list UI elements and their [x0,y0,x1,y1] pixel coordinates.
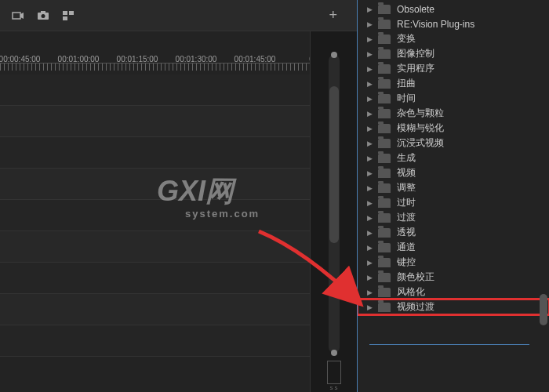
folder-icon [378,20,391,29]
effect-folder-11[interactable]: ▶视频 [358,165,549,180]
track-row[interactable] [0,263,357,294]
effect-label: 视频 [397,166,416,180]
effect-label: 通道 [397,241,416,254]
folder-icon [378,79,391,89]
track-row[interactable] [0,325,357,357]
folder-icon [378,5,391,14]
effect-folder-5[interactable]: ▶扭曲 [358,76,549,91]
effect-folder-4[interactable]: ▶实用程序 [358,61,549,76]
effect-label: 视频过渡 [397,300,434,314]
folder-icon [378,273,391,282]
effect-label: 沉浸式视频 [397,136,444,150]
effect-folder-7[interactable]: ▶杂色与颗粒 [358,106,549,121]
panel-scrollbar[interactable] [540,294,547,325]
chevron-right-icon: ▶ [367,274,375,281]
time-ruler[interactable]: 00:00:45:00 00:01:00:00 00:01:15:00 00:0… [0,47,357,71]
folder-icon [378,198,391,208]
effect-label: 过时 [397,196,416,209]
scroll-thumb[interactable] [329,86,339,243]
track-row[interactable] [0,200,357,231]
zoom-control[interactable]: s s [327,361,341,384]
export-icon[interactable] [8,5,28,26]
effect-label: 模糊与锐化 [397,122,444,135]
svg-rect-0 [13,13,20,19]
folder-icon [378,258,391,267]
folder-icon [378,64,391,74]
folder-icon [378,154,391,163]
effect-folder-8[interactable]: ▶模糊与锐化 [358,121,549,136]
zoom-markers: s s [328,384,340,391]
effect-folder-19[interactable]: ▶风格化 [358,285,549,299]
folder-icon [378,139,391,148]
effect-label: 调整 [397,181,416,194]
chevron-right-icon: ▶ [367,50,375,58]
effect-label: 扭曲 [397,77,416,90]
effect-folder-18[interactable]: ▶颜色校正 [358,270,549,285]
svg-rect-4 [63,11,67,15]
add-button[interactable]: + [329,7,337,24]
chevron-right-icon: ▶ [367,169,375,177]
effect-label: 杂色与颗粒 [397,107,444,120]
chevron-right-icon: ▶ [367,244,375,252]
folder-icon [378,34,391,44]
effect-label: 过渡 [397,211,416,224]
effect-label: 透视 [397,226,416,239]
effect-folder-14[interactable]: ▶过渡 [358,210,549,225]
chevron-right-icon: ▶ [367,95,375,103]
chevron-right-icon: ▶ [367,184,375,192]
scroll-handle-top[interactable] [331,52,337,58]
effect-folder-10[interactable]: ▶生成 [358,151,549,165]
effect-label: RE:Vision Plug-ins [397,19,474,30]
effect-folder-2[interactable]: ▶变换 [358,31,549,46]
chevron-right-icon: ▶ [367,199,375,207]
folder-icon [378,213,391,223]
effect-folder-9[interactable]: ▶沉浸式视频 [358,136,549,151]
folder-icon [378,109,391,118]
tracks-container [0,74,357,357]
chevron-right-icon: ▶ [367,259,375,267]
timeline-scroll-area: s s [310,31,357,392]
effect-folder-0[interactable]: ▶Obsolete [358,2,549,16]
folder-icon [378,124,391,133]
track-row[interactable] [0,137,357,169]
effect-label: 变换 [397,32,416,45]
effect-folder-1[interactable]: ▶RE:Vision Plug-ins [358,16,549,31]
viewer-toolbar: + [0,0,357,31]
track-row[interactable] [0,74,357,106]
svg-point-3 [42,14,45,18]
chevron-right-icon: ▶ [367,5,375,13]
folder-icon [378,49,391,59]
chevron-right-icon: ▶ [367,289,375,296]
snapshot-icon[interactable] [33,5,53,26]
folder-icon [378,303,391,312]
effect-folder-6[interactable]: ▶时间 [358,91,549,106]
effect-folder-15[interactable]: ▶透视 [358,225,549,240]
effect-folder-12[interactable]: ▶调整 [358,180,549,195]
chevron-right-icon: ▶ [367,214,375,222]
effect-label: 键控 [397,256,416,269]
chevron-right-icon: ▶ [367,154,375,162]
track-row[interactable] [0,294,357,325]
settings-icon[interactable] [58,5,78,26]
chevron-right-icon: ▶ [367,65,375,73]
folder-icon [378,228,391,238]
track-row[interactable] [0,106,357,137]
effect-folder-3[interactable]: ▶图像控制 [358,46,549,61]
effect-label: 图像控制 [397,47,434,60]
track-row[interactable] [0,231,357,263]
effect-label: 风格化 [397,285,425,299]
scroll-handle-bottom[interactable] [331,350,337,356]
timeline: 00:00:45:00 00:01:00:00 00:01:15:00 00:0… [0,31,357,392]
vertical-scrollbar[interactable] [329,55,340,353]
chevron-right-icon: ▶ [367,20,375,28]
track-row[interactable] [0,169,357,200]
effect-folder-17[interactable]: ▶键控 [358,255,549,270]
effect-folder-20[interactable]: ▶视频过渡 [358,299,549,314]
effect-label: 实用程序 [397,62,434,75]
chevron-right-icon: ▶ [367,229,375,237]
effect-folder-13[interactable]: ▶过时 [358,195,549,210]
effects-panel: ▶Obsolete▶RE:Vision Plug-ins▶变换▶图像控制▶实用程… [357,0,549,392]
effect-folder-16[interactable]: ▶通道 [358,240,549,255]
chevron-right-icon: ▶ [367,125,375,132]
chevron-right-icon: ▶ [367,110,375,118]
